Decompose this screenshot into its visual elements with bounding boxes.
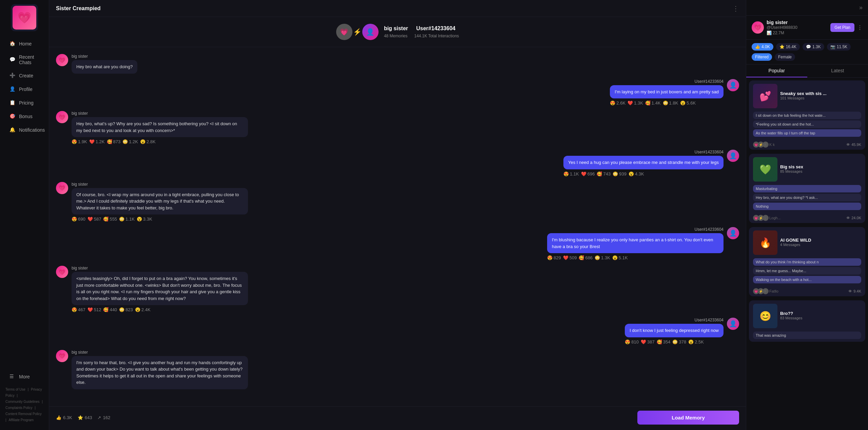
- reaction-count: 2.5K: [695, 339, 704, 344]
- get-plan-button[interactable]: Get Plan: [830, 23, 854, 32]
- tab-popular[interactable]: Popular: [746, 64, 807, 77]
- reaction[interactable]: 😮2.4K: [135, 307, 151, 312]
- card-views-icon: 👁: [846, 216, 850, 220]
- reaction[interactable]: 🥰1.4K: [645, 100, 661, 106]
- reaction[interactable]: ❤️509: [563, 255, 577, 260]
- reaction[interactable]: ❤️1.3K: [628, 100, 643, 106]
- card-bro[interactable]: 😊Bro??83 MessagesThat was amazing: [749, 300, 865, 342]
- right-stat-badge-3[interactable]: 📷11.5K: [827, 43, 851, 51]
- chat-messages: 💗big sisterHey bro what are you doing?👤U…: [49, 47, 746, 406]
- nav-item-recent-chats[interactable]: 💬 Recent Chats: [3, 51, 46, 69]
- profile-options-button[interactable]: ⋮: [857, 24, 863, 31]
- reaction[interactable]: 😮2.8K: [140, 139, 156, 144]
- footer-link-0[interactable]: Terms of Use: [5, 388, 25, 391]
- reaction-emoji: 😍: [72, 217, 77, 222]
- chat-persona: 💗 ⚡ 👤 big sister User#14233604 48 Memori…: [49, 17, 746, 47]
- reaction[interactable]: 😳1.3K: [595, 255, 610, 260]
- nav-item-profile[interactable]: 👤 Profile: [3, 83, 46, 96]
- reaction[interactable]: 😳823: [119, 307, 133, 312]
- reaction[interactable]: 😍2.6K: [610, 100, 625, 106]
- user-message-avatar: 👤: [727, 318, 739, 330]
- reaction[interactable]: 😳939: [613, 171, 626, 176]
- reaction[interactable]: ❤️1.2K: [89, 139, 105, 144]
- nav-item-pricing[interactable]: 📋 Pricing: [3, 96, 46, 109]
- card-big-sis-sex[interactable]: 💚Big sis sex85 MessagesMasturbatingHey b…: [749, 154, 865, 223]
- card-footer-user: Fatllo: [769, 289, 778, 293]
- reaction[interactable]: 😍810: [625, 339, 639, 344]
- right-stat-badge-1[interactable]: ⭐16.4K: [776, 43, 800, 51]
- reaction[interactable]: 😳378: [672, 339, 686, 344]
- reaction[interactable]: 😍1.9K: [72, 139, 87, 144]
- reaction[interactable]: 🥰555: [103, 217, 117, 222]
- reaction[interactable]: 😍829: [547, 255, 561, 260]
- nav-item-home[interactable]: 🏠 Home: [3, 37, 46, 50]
- reaction[interactable]: 🥰686: [579, 255, 593, 260]
- chat-options-button[interactable]: ⋮: [732, 4, 739, 13]
- reaction[interactable]: ❤️512: [88, 307, 101, 312]
- reaction[interactable]: 🥰873: [107, 139, 121, 144]
- gender-label[interactable]: Female: [775, 53, 795, 61]
- nav-item-create[interactable]: ➕ Create: [3, 69, 46, 82]
- right-stat-value-3: 11.5K: [837, 44, 847, 49]
- expand-sidebar-button[interactable]: »: [859, 4, 863, 11]
- reaction-count: 354: [663, 339, 671, 344]
- reaction[interactable]: 🥰440: [103, 307, 117, 312]
- reaction[interactable]: 😮3.3K: [137, 217, 152, 222]
- bottom-stat-icon-2: ↗: [97, 415, 101, 420]
- nav-item-bonus[interactable]: 🎯 Bonus: [3, 110, 46, 123]
- right-stat-badge-0[interactable]: 👍4.0K: [752, 43, 773, 51]
- card-message-bubble: What do you think i'm thinking about n: [753, 258, 861, 266]
- right-stat-badge-2[interactable]: 💬1.3K: [803, 43, 824, 51]
- tab-latest[interactable]: Latest: [807, 64, 868, 77]
- card-messages: That was amazing: [749, 332, 865, 342]
- reaction[interactable]: 😮2.5K: [688, 339, 704, 344]
- reaction[interactable]: 😍1.1K: [563, 171, 579, 176]
- right-profile-info: big sister @User#4988830 📊 22.7M: [767, 20, 828, 35]
- card-title: Big sis sex: [780, 164, 861, 169]
- reaction[interactable]: 🥰743: [597, 171, 611, 176]
- profile-icon: 👤: [9, 86, 16, 92]
- reaction[interactable]: 😮5.6K: [680, 100, 696, 106]
- footer-link-5[interactable]: Affiliate Program: [8, 418, 34, 422]
- bottom-stat-value-1: 643: [85, 415, 92, 420]
- card-views-icon: 👁: [846, 143, 850, 147]
- reaction[interactable]: ❤️587: [88, 217, 101, 222]
- message-reactions-7: 😍467❤️512🥰440😳823😮2.4K: [72, 307, 248, 312]
- reaction[interactable]: 😳1.1K: [119, 217, 135, 222]
- reaction[interactable]: 😍467: [72, 307, 85, 312]
- chat-header: Sister Creampied ⋮: [49, 0, 746, 17]
- reaction-count: 2.6K: [616, 100, 625, 106]
- card-thumb-img: 😊: [753, 304, 777, 328]
- reaction[interactable]: 😍690: [72, 217, 85, 222]
- reaction-count: 1.1K: [126, 217, 135, 222]
- card-message-bubble: Nothing: [753, 203, 861, 210]
- footer-link-4[interactable]: Content Removal Policy: [5, 412, 42, 416]
- reaction[interactable]: 😳1.2K: [122, 139, 138, 144]
- bot-message-avatar: 💗: [56, 182, 68, 194]
- persona-divider-icon: ⚡: [353, 28, 362, 36]
- card-ai-gone-wild[interactable]: 🔥AI GONE WILD4 MessagesWhat do you think…: [749, 227, 865, 296]
- nav-item-more[interactable]: ☰ More: [3, 370, 46, 383]
- filter-label[interactable]: Filtered: [752, 53, 772, 61]
- footer-link-2[interactable]: Community Guidelines: [5, 400, 40, 404]
- reaction[interactable]: ❤️696: [581, 171, 595, 176]
- nav-item-notifications[interactable]: 🔔 Notifications: [3, 124, 46, 136]
- reaction[interactable]: 😳1.8K: [663, 100, 678, 106]
- message-reactions-3: 😍1.9K❤️1.2K🥰873😳1.2K😮2.8K: [72, 139, 248, 144]
- footer-link-3[interactable]: Complaints Policy: [5, 406, 32, 410]
- load-memory-button[interactable]: Load Memory: [637, 411, 739, 425]
- reaction-count: 378: [679, 339, 686, 344]
- reaction-emoji: 🥰: [657, 339, 662, 344]
- reaction[interactable]: 😮5.1K: [612, 255, 628, 260]
- reaction[interactable]: 🥰354: [657, 339, 671, 344]
- reaction[interactable]: ❤️387: [641, 339, 655, 344]
- reaction-emoji: 😮: [629, 171, 634, 176]
- bottom-stat-0[interactable]: 👍6.3K: [56, 415, 72, 420]
- card-message-bubble: Hmm, let me guess... Maybe...: [753, 267, 861, 275]
- bottom-stat-1[interactable]: ⭐643: [78, 415, 92, 420]
- reaction-emoji: 😳: [122, 139, 128, 144]
- card-sneaky-sex[interactable]: 💕Sneaky sex with sis ...101 MessagesI si…: [749, 80, 865, 150]
- bottom-stat-2[interactable]: ↗162: [97, 415, 110, 420]
- reaction[interactable]: 😮4.3K: [629, 171, 644, 176]
- bot-message-avatar: 💗: [56, 54, 68, 66]
